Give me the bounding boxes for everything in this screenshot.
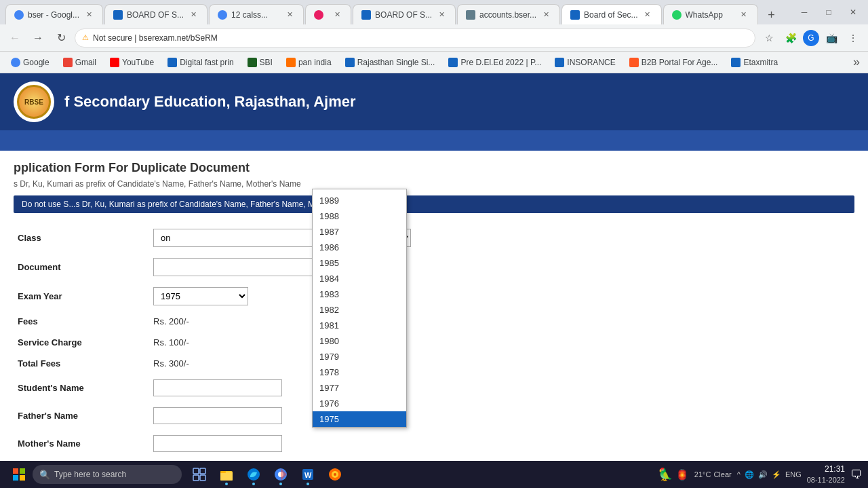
document-select[interactable] bbox=[153, 258, 330, 276]
taskbar-tray-icons: 🦜 🏮 bbox=[658, 467, 689, 482]
weather-temp: 21°C bbox=[694, 470, 711, 478]
bookmark-pan[interactable]: pan india bbox=[281, 54, 337, 71]
taskbar-firefox[interactable] bbox=[323, 462, 347, 487]
fathers-name-input[interactable] bbox=[153, 407, 282, 424]
bookmark-etax-label: Etaxmitra bbox=[743, 58, 778, 67]
total-fees-value: Rs. 300/- bbox=[149, 353, 854, 374]
tab-close-3[interactable]: ✕ bbox=[284, 10, 295, 20]
tab-2[interactable]: BOARD OF S... ✕ bbox=[104, 4, 208, 24]
bookmark-youtube-favicon bbox=[110, 58, 119, 67]
minimize-button[interactable]: ─ bbox=[795, 3, 814, 22]
tab-8[interactable]: WhatsApp ✕ bbox=[663, 4, 758, 24]
bookmark-gmail-favicon bbox=[63, 58, 73, 67]
tab-close-5[interactable]: ✕ bbox=[436, 10, 447, 20]
bookmark-insurance[interactable]: INSORANCE bbox=[549, 54, 620, 71]
year-option-1976[interactable]: 1976 bbox=[313, 396, 406, 411]
year-option-1975[interactable]: 1975 bbox=[313, 411, 406, 427]
tab-title-8: WhatsApp bbox=[686, 10, 734, 20]
system-tray[interactable]: ^ 🌐 🔊 ⚡ ENG bbox=[737, 470, 802, 479]
year-option-1980[interactable]: 1980 bbox=[313, 333, 406, 349]
year-option-1988[interactable]: 1988 bbox=[313, 208, 406, 224]
bookmark-insurance-label: INSORANCE bbox=[567, 58, 615, 67]
chevron-up-icon[interactable]: ^ bbox=[737, 470, 741, 478]
parrot-icon: 🦜 bbox=[658, 467, 673, 482]
address-bar-actions: ☆ 🧩 G 📺 ⋮ bbox=[760, 29, 863, 48]
bookmark-gmail[interactable]: Gmail bbox=[58, 54, 102, 71]
tab-6[interactable]: accounts.bser... ✕ bbox=[457, 4, 560, 24]
students-name-field bbox=[149, 374, 854, 402]
extensions-button[interactable]: 🧩 bbox=[781, 29, 800, 48]
exam-year-select[interactable]: 1975 bbox=[153, 287, 248, 305]
year-dropdown[interactable]: 1993199219911990198919881987198619851984… bbox=[312, 189, 407, 428]
forward-button[interactable]: → bbox=[28, 29, 47, 48]
tab-favicon-1 bbox=[14, 10, 24, 20]
bookmark-digital[interactable]: Digital fast prin bbox=[162, 54, 239, 71]
tab-close-2[interactable]: ✕ bbox=[188, 10, 199, 20]
bookmark-youtube[interactable]: YouTube bbox=[104, 54, 159, 71]
taskbar-file-explorer[interactable] bbox=[214, 462, 239, 487]
bookmark-sbi[interactable]: SBI bbox=[242, 54, 278, 71]
year-option-1981[interactable]: 1981 bbox=[313, 318, 406, 333]
refresh-button[interactable]: ↻ bbox=[52, 29, 71, 48]
taskbar-search-box[interactable]: 🔍 Type here to search bbox=[33, 465, 182, 484]
cast-button[interactable]: 📺 bbox=[822, 29, 841, 48]
bookmarks-more-button[interactable]: » bbox=[850, 55, 863, 69]
close-button[interactable]: ✕ bbox=[844, 3, 863, 22]
year-option-1979[interactable]: 1979 bbox=[313, 349, 406, 364]
start-button[interactable] bbox=[5, 464, 33, 485]
tab-close-1[interactable]: ✕ bbox=[83, 10, 94, 20]
total-fees-row: Total Fees Rs. 300/- bbox=[14, 353, 854, 374]
volume-icon[interactable]: 🔊 bbox=[758, 470, 768, 479]
bookmark-google[interactable]: Google bbox=[5, 54, 55, 71]
svg-point-18 bbox=[334, 473, 336, 476]
taskbar-task-view[interactable] bbox=[187, 462, 212, 487]
mothers-name-input[interactable] bbox=[153, 435, 282, 452]
year-option-1978[interactable]: 1978 bbox=[313, 364, 406, 380]
menu-button[interactable]: ⋮ bbox=[844, 29, 863, 48]
tab-7[interactable]: Board of Sec... ✕ bbox=[561, 4, 661, 24]
svg-rect-7 bbox=[200, 475, 205, 481]
tab-favicon-8 bbox=[672, 10, 682, 20]
students-name-input[interactable] bbox=[153, 379, 282, 396]
taskbar-chrome[interactable] bbox=[269, 462, 293, 487]
tab-close-7[interactable]: ✕ bbox=[642, 10, 653, 20]
year-option-1977[interactable]: 1977 bbox=[313, 380, 406, 396]
tab-close-4[interactable]: ✕ bbox=[332, 10, 342, 20]
students-name-row: Student's Name bbox=[14, 374, 854, 402]
taskbar-edge[interactable] bbox=[241, 462, 266, 487]
tab-5[interactable]: BOARD OF S... ✕ bbox=[353, 4, 456, 24]
year-option-1983[interactable]: 1983 bbox=[313, 286, 406, 302]
new-tab-button[interactable]: + bbox=[762, 5, 781, 24]
year-option-1989[interactable]: 1989 bbox=[313, 193, 406, 208]
profile-button[interactable]: G bbox=[803, 30, 819, 46]
year-option-1984[interactable]: 1984 bbox=[313, 271, 406, 286]
tab-close-8[interactable]: ✕ bbox=[738, 10, 749, 20]
year-option-1986[interactable]: 1986 bbox=[313, 240, 406, 255]
bookmark-pred[interactable]: Pre D.El.Ed 2022 | P... bbox=[443, 54, 547, 71]
bookmark-star-button[interactable]: ☆ bbox=[760, 29, 778, 48]
maximize-button[interactable]: □ bbox=[819, 3, 838, 22]
lang-label: ENG bbox=[785, 470, 802, 478]
bookmark-etax-favicon bbox=[731, 58, 741, 67]
tab-title-6: accounts.bser... bbox=[479, 10, 536, 20]
year-option-1982[interactable]: 1982 bbox=[313, 302, 406, 318]
tab-close-6[interactable]: ✕ bbox=[540, 10, 551, 20]
svg-rect-0 bbox=[13, 468, 18, 474]
bookmark-sbi-favicon bbox=[248, 58, 257, 67]
year-option-1987[interactable]: 1987 bbox=[313, 224, 406, 240]
taskbar-word[interactable]: W bbox=[296, 462, 320, 487]
tab-3[interactable]: 12 calss... ✕ bbox=[209, 4, 304, 24]
tab-4[interactable]: ✕ bbox=[305, 4, 351, 24]
taskbar-clock[interactable]: 21:31 08-11-2022 bbox=[807, 464, 845, 485]
year-option-1985[interactable]: 1985 bbox=[313, 255, 406, 271]
bookmark-rajasthan[interactable]: Rajasthan Single Si... bbox=[340, 54, 441, 71]
tab-1[interactable]: bser - Googl... ✕ bbox=[5, 4, 103, 24]
taskbar: 🔍 Type here to search bbox=[0, 461, 868, 488]
bookmark-etax[interactable]: Etaxmitra bbox=[726, 54, 783, 71]
address-box[interactable]: ⚠ Not secure | bserexam.net/bSeRM bbox=[75, 29, 755, 48]
svg-rect-5 bbox=[200, 468, 205, 474]
back-button[interactable]: ← bbox=[5, 29, 24, 48]
tab-favicon-3 bbox=[218, 10, 227, 20]
notification-button[interactable]: 🗨 bbox=[850, 468, 863, 482]
bookmark-b2b[interactable]: B2B Portal For Age... bbox=[624, 54, 724, 71]
